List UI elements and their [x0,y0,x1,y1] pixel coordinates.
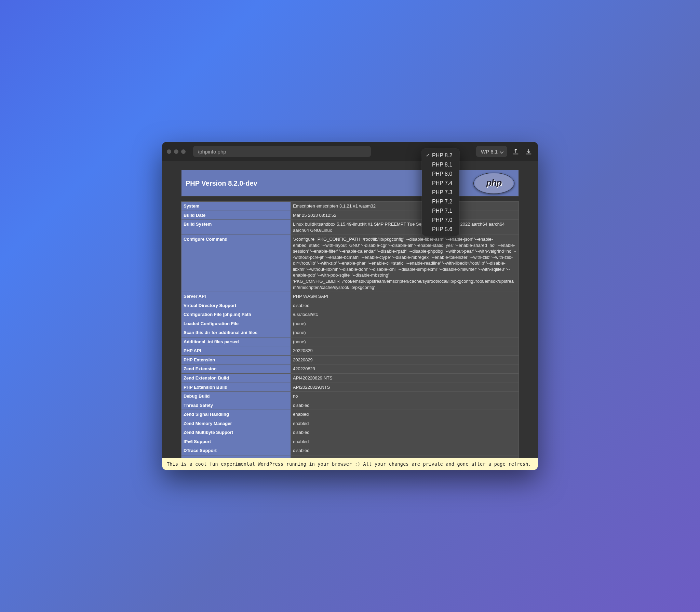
row-value: (none) [291,328,519,337]
url-input[interactable]: /phpinfo.php [193,146,371,157]
table-row: SystemEmscripten emscripten 3.1.21 #1 wa… [181,202,519,211]
download-icon [525,148,533,155]
row-key: Zend Memory Manager [181,419,291,428]
row-key: Loaded Configuration File [181,319,291,328]
table-row: Configure Command'./configure' 'PKG_CONF… [181,235,519,292]
row-value: 20220829 [291,355,519,364]
row-value: (none) [291,319,519,328]
row-value: 420220829 [291,364,519,374]
row-key: PHP Extension Build [181,383,291,392]
table-row: Server APIPHP WASM SAPI [181,292,519,301]
table-row: Zend Memory Managerenabled [181,419,519,428]
table-row: Build DateMar 25 2023 08:12:52 [181,211,519,220]
wp-version-select[interactable]: WP 6.1 [476,146,507,157]
option-label: PHP 7.3 [432,189,452,196]
option-label: PHP 8.0 [432,171,452,177]
option-label: PHP 5.6 [432,226,452,232]
row-value: (none) [291,337,519,346]
phpinfo-table: SystemEmscripten emscripten 3.1.21 #1 wa… [181,201,519,458]
row-value: no [291,392,519,401]
php-version-option[interactable]: ✓PHP 8.2 [422,151,459,160]
row-key: Build System [181,220,291,235]
table-row: Virtual Directory Supportdisabled [181,301,519,310]
php-version-dropdown[interactable]: ✓PHP 8.2✓PHP 8.1✓PHP 8.0✓PHP 7.4✓PHP 7.3… [422,149,459,236]
phpinfo-page[interactable]: PHP Version 8.2.0-dev php SystemEmscript… [162,161,538,458]
option-label: PHP 7.4 [432,180,452,186]
check-icon: ✓ [425,153,430,158]
row-value: API420220829,NTS [291,374,519,383]
row-key: Virtual Directory Support [181,301,291,310]
php-version-option[interactable]: ✓PHP 7.2 [422,197,459,206]
row-value: Emscripten emscripten 3.1.21 #1 wasm32 [291,202,519,211]
upload-button[interactable] [511,147,520,156]
php-version-option[interactable]: ✓PHP 7.1 [422,206,459,215]
maximize-window-dot[interactable] [181,149,186,154]
php-version-option[interactable]: ✓PHP 7.4 [422,178,459,188]
table-row: IPv6 Supportenabled [181,437,519,446]
row-value: PHP WASM SAPI [291,292,519,301]
info-banner-text: This is a cool fun experimental WordPres… [167,461,531,467]
viewport: PHP Version 8.2.0-dev php SystemEmscript… [162,161,538,458]
window-controls [167,149,189,154]
table-row: PHP API20220829 [181,346,519,356]
table-row: Scan this dir for additional .ini files(… [181,328,519,337]
php-version-option[interactable]: ✓PHP 7.0 [422,215,459,225]
php-logo: php [473,173,514,194]
row-key: Zend Extension [181,364,291,374]
php-version-option[interactable]: ✓PHP 7.3 [422,188,459,197]
row-key: Build Date [181,211,291,220]
row-key: Configure Command [181,235,291,292]
option-label: PHP 7.1 [432,208,452,214]
row-key: Scan this dir for additional .ini files [181,328,291,337]
table-row: PHP Extension BuildAPI20220829,NTS [181,383,519,392]
row-value: disabled [291,428,519,437]
row-key: PHP API [181,346,291,356]
php-version-option[interactable]: ✓PHP 5.6 [422,225,459,234]
option-label: PHP 7.2 [432,199,452,205]
row-key: Server API [181,292,291,301]
row-value: enabled [291,410,519,419]
row-key: PHP Extension [181,355,291,364]
toolbar: /phpinfo.php PHP 8.2 WP 6.1 [162,142,538,161]
table-row: Zend Multibyte Supportdisabled [181,428,519,437]
row-key: Zend Multibyte Support [181,428,291,437]
table-row: Loaded Configuration File(none) [181,319,519,328]
chevron-down-icon [465,150,469,153]
row-value: disabled [291,446,519,455]
option-label: PHP 7.0 [432,217,452,223]
table-row: Zend Extension420220829 [181,364,519,374]
row-value: './configure' 'PKG_CONFIG_PATH=/root/lib… [291,235,519,292]
row-key: DTrace Support [181,446,291,455]
chevron-down-icon [500,150,504,153]
row-value: /usr/local/etc [291,310,519,319]
row-key: Thread Safety [181,401,291,410]
minimize-window-dot[interactable] [174,149,178,154]
row-key: System [181,202,291,211]
row-value: API20220829,NTS [291,383,519,392]
wp-version-label: WP 6.1 [481,149,498,155]
download-button[interactable] [524,147,533,156]
table-row: Build SystemLinux buildkitsandbox 5.15.4… [181,220,519,235]
table-row: Additional .ini files parsed(none) [181,337,519,346]
php-version-option[interactable]: ✓PHP 8.1 [422,160,459,169]
table-row: Debug Buildno [181,392,519,401]
row-value: 20220829 [291,346,519,356]
row-value: disabled [291,301,519,310]
row-value: compress.zlib, php, file, glob, data, ht… [291,455,519,458]
row-key: Additional .ini files parsed [181,337,291,346]
upload-icon [512,148,520,155]
table-row: Thread Safetydisabled [181,401,519,410]
row-key: Configuration File (php.ini) Path [181,310,291,319]
table-row: DTrace Supportdisabled [181,446,519,455]
row-key: IPv6 Support [181,437,291,446]
table-row: Zend Extension BuildAPI420220829,NTS [181,374,519,383]
option-label: PHP 8.2 [432,152,452,159]
app-window: /phpinfo.php PHP 8.2 WP 6.1 PHP Version … [162,142,538,470]
row-value: Mar 25 2023 08:12:52 [291,211,519,220]
row-key: Registered PHP Streams [181,455,291,458]
row-key: Zend Signal Handling [181,410,291,419]
close-window-dot[interactable] [167,149,171,154]
php-version-option[interactable]: ✓PHP 8.0 [422,169,459,178]
row-value: enabled [291,419,519,428]
phpinfo-header: PHP Version 8.2.0-dev php [181,170,519,197]
